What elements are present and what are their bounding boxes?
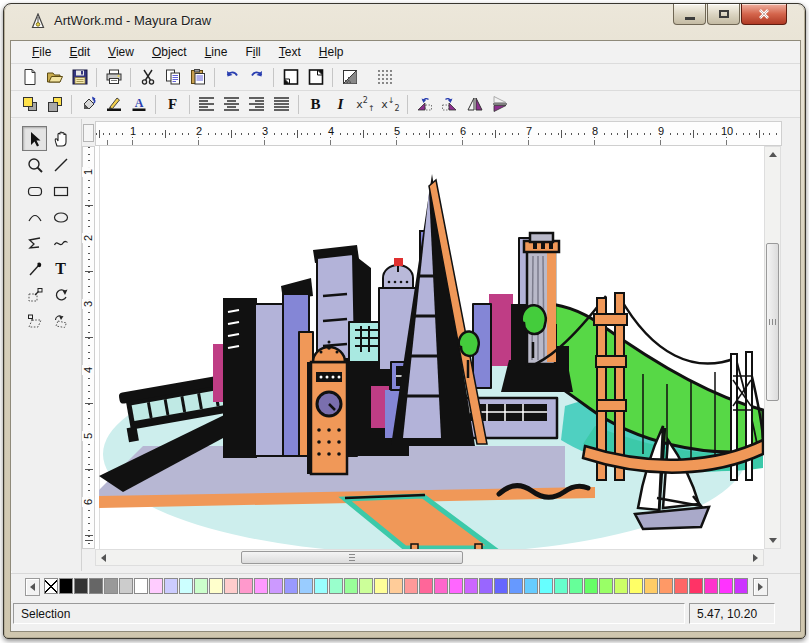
swatch[interactable] [314,578,328,594]
italic-button[interactable]: I [328,93,353,116]
menu-view[interactable]: View [99,42,143,62]
skyscrapers[interactable] [213,238,569,458]
line-tool[interactable] [48,152,73,177]
rotate-tool[interactable] [48,282,73,307]
flip-vertical-button[interactable] [487,93,512,116]
swatch[interactable] [734,578,748,594]
swatch[interactable] [89,578,103,594]
swatch[interactable] [254,578,268,594]
align-right-button[interactable] [244,93,269,116]
swatch[interactable] [434,578,448,594]
arc-tool[interactable] [22,204,47,229]
swatch[interactable] [524,578,538,594]
palette-scroll-left-button[interactable] [25,578,40,596]
swatch[interactable] [179,578,193,594]
scroll-up-button[interactable] [765,147,780,162]
swatch[interactable] [629,578,643,594]
redo-button[interactable] [244,66,269,89]
rotate-right-button[interactable] [437,93,462,116]
swatch[interactable] [74,578,88,594]
print-button[interactable] [101,66,126,89]
horizontal-scrollbar[interactable] [95,549,764,566]
menu-text[interactable]: Text [270,42,310,62]
text-tool[interactable]: T [48,256,73,281]
perspective-tool[interactable] [48,308,73,333]
swatch[interactable] [209,578,223,594]
align-justify-button[interactable] [269,93,294,116]
swatch[interactable] [299,578,313,594]
save-button[interactable] [67,66,92,89]
swatch[interactable] [389,578,403,594]
palette-scroll-right-button[interactable] [753,578,768,596]
swatch[interactable] [329,578,343,594]
halftone-button[interactable] [337,66,362,89]
pan-tool[interactable] [48,126,73,151]
swatch[interactable] [704,578,718,594]
ferry-building-clock-tower[interactable] [307,341,347,475]
curve-tool[interactable] [48,230,73,255]
swatch[interactable] [644,578,658,594]
undo-button[interactable] [219,66,244,89]
align-center-button[interactable] [219,93,244,116]
horizontal-ruler[interactable]: 12345678910 [95,121,782,146]
swatch[interactable] [554,578,568,594]
swatch[interactable] [584,578,598,594]
scale-tool[interactable] [22,282,47,307]
paste-button[interactable] [185,66,210,89]
vertical-ruler[interactable]: 123456 [82,146,95,549]
swatch[interactable] [719,578,733,594]
swatch-none[interactable] [44,578,58,594]
swatch[interactable] [569,578,583,594]
polygon-tool[interactable] [22,230,47,255]
swatch[interactable] [449,578,463,594]
align-left-button[interactable] [194,93,219,116]
pen-tool[interactable] [22,256,47,281]
maximize-button[interactable] [707,4,740,25]
swatch[interactable] [599,578,613,594]
swatch[interactable] [239,578,253,594]
page-view-2-button[interactable] [303,66,328,89]
subscript-button[interactable]: x↓2 [378,93,403,116]
scroll-down-button[interactable] [765,533,780,548]
shear-tool[interactable] [22,308,47,333]
minimize-button[interactable] [673,4,706,25]
swatch[interactable] [284,578,298,594]
open-button[interactable] [42,66,67,89]
scroll-right-button[interactable] [748,550,763,565]
menu-file[interactable]: File [23,42,60,62]
superscript-button[interactable]: x2↑ [353,93,378,116]
bold-button[interactable]: B [303,93,328,116]
swatch[interactable] [479,578,493,594]
text-color-button[interactable]: A [126,93,151,116]
vertical-scroll-thumb[interactable] [766,243,779,401]
font-button[interactable]: F [160,93,185,116]
menu-fill[interactable]: Fill [236,42,269,62]
swatch[interactable] [659,578,673,594]
cut-button[interactable] [135,66,160,89]
swatch[interactable] [194,578,208,594]
zoom-tool[interactable] [22,152,47,177]
selection-tool[interactable] [22,126,47,151]
send-to-back-button[interactable] [42,93,67,116]
grid-button[interactable] [372,66,397,89]
swatch[interactable] [164,578,178,594]
swatch[interactable] [404,578,418,594]
swatch[interactable] [689,578,703,594]
menu-line[interactable]: Line [196,42,237,62]
vertical-scrollbar[interactable] [764,146,781,549]
swatch[interactable] [269,578,283,594]
swatch[interactable] [539,578,553,594]
flip-horizontal-button[interactable] [462,93,487,116]
swatch[interactable] [359,578,373,594]
new-button[interactable] [17,66,42,89]
swatch[interactable] [134,578,148,594]
swatch[interactable] [494,578,508,594]
title-bar[interactable]: ArtWork.md - Mayura Draw [4,4,805,38]
page-view-1-button[interactable] [278,66,303,89]
swatch[interactable] [224,578,238,594]
swatch[interactable] [374,578,388,594]
swatch[interactable] [59,578,73,594]
swatch[interactable] [104,578,118,594]
menu-help[interactable]: Help [310,42,353,62]
fill-color-button[interactable] [76,93,101,116]
